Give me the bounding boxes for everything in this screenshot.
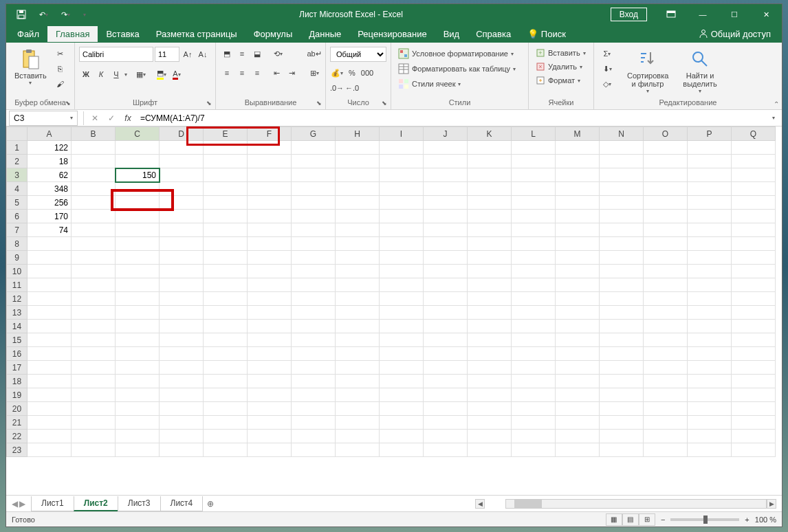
cell[interactable]: [116, 416, 160, 430]
row-header[interactable]: 13: [7, 306, 28, 320]
cell[interactable]: [556, 182, 600, 196]
cell[interactable]: [732, 306, 776, 320]
number-format-select[interactable]: Общий: [330, 47, 386, 62]
ribbon-display-button[interactable]: [655, 5, 687, 24]
cell[interactable]: [160, 251, 204, 265]
cell[interactable]: [380, 388, 424, 402]
cell[interactable]: [688, 237, 732, 251]
cut-button[interactable]: ✂: [54, 47, 67, 60]
cell[interactable]: [380, 141, 424, 155]
cell[interactable]: [644, 182, 688, 196]
row-header[interactable]: 11: [7, 278, 28, 292]
cell[interactable]: [424, 251, 468, 265]
cell[interactable]: [468, 402, 512, 416]
cell[interactable]: [732, 443, 776, 457]
cell[interactable]: [424, 402, 468, 416]
cell[interactable]: [336, 347, 380, 361]
cell[interactable]: [336, 237, 380, 251]
cell[interactable]: 74: [28, 223, 72, 237]
cell[interactable]: [644, 196, 688, 210]
cell[interactable]: [292, 402, 336, 416]
align-bottom-button[interactable]: ⬓: [250, 47, 264, 60]
cell[interactable]: [468, 306, 512, 320]
cell[interactable]: [336, 182, 380, 196]
cell[interactable]: [732, 347, 776, 361]
cell[interactable]: [468, 430, 512, 443]
cell[interactable]: [160, 361, 204, 375]
cell[interactable]: [160, 196, 204, 210]
maximize-button[interactable]: ☐: [719, 5, 750, 24]
cell[interactable]: [248, 141, 292, 155]
tab-help[interactable]: Справка: [468, 26, 519, 42]
cell[interactable]: [556, 196, 600, 210]
cell[interactable]: [28, 361, 72, 375]
sheet-nav-prev[interactable]: ◀: [12, 499, 18, 509]
cell[interactable]: [336, 292, 380, 306]
cell[interactable]: [292, 182, 336, 196]
comma-button[interactable]: 000: [360, 66, 374, 80]
cell[interactable]: [28, 402, 72, 416]
cell[interactable]: [248, 292, 292, 306]
zoom-in-button[interactable]: +: [745, 516, 749, 524]
cell[interactable]: [292, 251, 336, 265]
cell[interactable]: [160, 443, 204, 457]
column-header[interactable]: B: [72, 127, 116, 141]
cell[interactable]: [292, 278, 336, 292]
cell[interactable]: [644, 237, 688, 251]
cell[interactable]: [116, 402, 160, 416]
cell[interactable]: [512, 388, 556, 402]
cell[interactable]: [512, 402, 556, 416]
minimize-button[interactable]: —: [687, 5, 719, 24]
cell[interactable]: [424, 375, 468, 388]
find-select-button[interactable]: Найти и выделить▾: [675, 47, 725, 96]
hscroll-thumb[interactable]: [514, 500, 542, 508]
cell[interactable]: [160, 278, 204, 292]
percent-button[interactable]: %: [345, 66, 359, 80]
cell[interactable]: [468, 388, 512, 402]
cell[interactable]: [116, 196, 160, 210]
cell[interactable]: [424, 347, 468, 361]
cell[interactable]: [468, 237, 512, 251]
cell[interactable]: [160, 402, 204, 416]
cell[interactable]: [688, 306, 732, 320]
cell[interactable]: [72, 333, 116, 347]
cell[interactable]: [160, 320, 204, 333]
cell[interactable]: [380, 320, 424, 333]
decrease-indent-button[interactable]: ⇤: [270, 66, 283, 80]
cell[interactable]: [556, 278, 600, 292]
row-header[interactable]: 15: [7, 333, 28, 347]
cell[interactable]: [424, 320, 468, 333]
cell[interactable]: [204, 388, 248, 402]
cell[interactable]: [380, 182, 424, 196]
cell[interactable]: 256: [28, 196, 72, 210]
cell[interactable]: [600, 443, 644, 457]
cell[interactable]: 170: [28, 210, 72, 223]
cell[interactable]: [512, 416, 556, 430]
font-color-button[interactable]: A▾: [170, 67, 184, 81]
cell[interactable]: [556, 402, 600, 416]
cell[interactable]: [248, 168, 292, 182]
cell[interactable]: [512, 141, 556, 155]
cell[interactable]: [336, 320, 380, 333]
cell[interactable]: [248, 196, 292, 210]
column-header[interactable]: P: [688, 127, 732, 141]
cell[interactable]: [556, 333, 600, 347]
cell[interactable]: [380, 251, 424, 265]
cell[interactable]: [28, 237, 72, 251]
cell[interactable]: [248, 210, 292, 223]
qat-customize[interactable]: ▾: [78, 5, 91, 24]
bold-button[interactable]: Ж: [79, 67, 93, 81]
cell[interactable]: [468, 265, 512, 278]
cell[interactable]: [248, 388, 292, 402]
cell[interactable]: [204, 155, 248, 168]
sheet-nav-next[interactable]: ▶: [19, 499, 25, 509]
cell[interactable]: [116, 182, 160, 196]
cell[interactable]: [292, 333, 336, 347]
cell[interactable]: [424, 141, 468, 155]
delete-cells-button[interactable]: × Удалить▾: [533, 60, 589, 73]
cell[interactable]: [600, 375, 644, 388]
cell[interactable]: [204, 402, 248, 416]
increase-indent-button[interactable]: ⇥: [285, 66, 298, 80]
cell[interactable]: [556, 320, 600, 333]
cell[interactable]: [204, 237, 248, 251]
